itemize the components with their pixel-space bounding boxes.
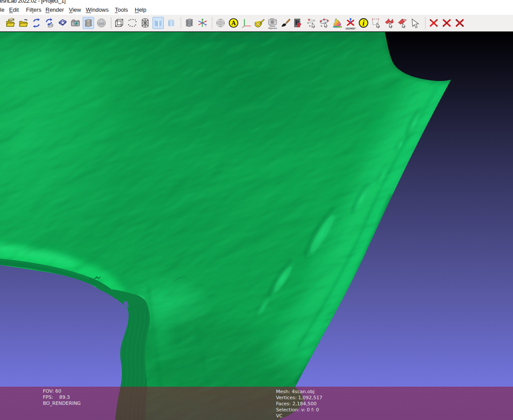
hud-left-block: FOV: 60FPS: 89.3BO_RENDERING: [43, 388, 81, 407]
open-mesh-icon: [18, 18, 29, 28]
show-axes-button[interactable]: z x: [197, 17, 208, 29]
select-connected-button[interactable]: [397, 17, 408, 29]
show-layer-dialog-button[interactable]: [83, 17, 94, 29]
select-faces-icon: [384, 18, 395, 28]
smooth-cylinder-icon: [166, 18, 176, 28]
align-ellipse-icon: [319, 18, 330, 28]
select-arrow-icon: [410, 18, 421, 28]
menu-item-help[interactable]: Help: [135, 6, 146, 13]
raster-alignment-button[interactable]: Raster Alignment: [267, 17, 278, 29]
show-all-layers-button[interactable]: [184, 17, 195, 29]
select-arrow-button[interactable]: [410, 17, 421, 29]
reload-mesh-button[interactable]: [44, 17, 55, 29]
ambient-occlusion-button[interactable]: A: [228, 17, 239, 29]
menu-item-tools[interactable]: Tools: [115, 6, 128, 13]
select-rect-icon: [371, 18, 382, 28]
svg-text:P: P: [297, 22, 301, 28]
raster-alignment-caption: Raster Alignment: [264, 26, 281, 29]
z-paint-icon: P P: [293, 18, 304, 28]
bbox-cube-icon: [114, 18, 124, 28]
menubar: leEditFiltersRenderViewWindowsToolsHelp: [0, 4, 513, 15]
menu-item-edit[interactable]: Edit: [9, 6, 19, 13]
menu-item-windows[interactable]: Windows: [86, 6, 109, 13]
toolbar: z x A: [0, 15, 513, 32]
trackball-globe-icon: [215, 18, 226, 28]
ambient-a-icon: A: [228, 18, 239, 28]
flat-cylinder-icon: [153, 18, 163, 28]
render-bbox-button[interactable]: [114, 17, 125, 29]
open-project-button[interactable]: [5, 17, 16, 29]
menu-item-file-partial[interactable]: le: [0, 6, 4, 13]
open-project-icon: [5, 18, 16, 28]
georef-icon: [346, 18, 355, 26]
align-tool-button[interactable]: [319, 17, 330, 29]
hud-left-line: FPS: 89.3: [43, 394, 81, 401]
trackball-button[interactable]: [215, 17, 226, 29]
svg-text:z: z: [203, 18, 204, 20]
layers-icon: [83, 18, 94, 28]
render-points-button[interactable]: [127, 17, 138, 29]
window-title: eshLab 2022.02 - [Project_1]: [0, 0, 65, 4]
toolbar-separator: [212, 17, 213, 29]
snapshot-button[interactable]: [70, 17, 81, 29]
georef-button[interactable]: GEOREF: [345, 17, 356, 29]
hud-right-line: Vertices: 1,092,517: [276, 395, 322, 401]
pick-points-button[interactable]: [306, 17, 317, 29]
save-mesh-button[interactable]: [57, 17, 68, 29]
rainbow-bunny-icon: [332, 18, 343, 28]
titlebar: eshLab 2022.02 - [Project_1]: [0, 0, 513, 4]
show-axis-corner-button[interactable]: [241, 17, 252, 29]
render-wireframe-button[interactable]: [140, 17, 151, 29]
hud-right-block: Mesh: 4scan.objVertices: 1,092,517Faces:…: [276, 389, 322, 419]
select-rect-button[interactable]: [371, 17, 382, 29]
toolbar-separator: [181, 17, 182, 29]
meshlab-window: eshLab 2022.02 - [Project_1] leEditFilte…: [0, 0, 513, 420]
menu-item-filters[interactable]: Filters: [26, 6, 41, 13]
render-smooth-button[interactable]: [166, 17, 177, 29]
tape-measure-icon: [254, 18, 265, 28]
raster-camera-icon: [268, 18, 277, 26]
hud-left-line: BO_RENDERING: [43, 401, 81, 407]
delete-selected-1-button[interactable]: [428, 17, 439, 29]
delete-x-icon: [455, 18, 465, 28]
axis-corner-icon: [241, 18, 252, 28]
open-mesh-button[interactable]: [18, 17, 29, 29]
points-icon: [127, 18, 137, 28]
info-button[interactable]: i: [358, 17, 369, 29]
menu-item-view[interactable]: View: [69, 6, 81, 13]
menu-item-render[interactable]: Render: [45, 6, 64, 13]
info-icon: i: [358, 18, 369, 28]
layer-stack-icon: [184, 18, 195, 28]
hud-right-line: Selection: v: 0 f: 0: [276, 407, 322, 413]
toolbar-separator: [425, 17, 426, 29]
scene-canvas: [0, 32, 513, 420]
georef-caption: GEOREF: [342, 28, 359, 30]
z-painting-button[interactable]: P P: [293, 17, 304, 29]
select-connected-icon: [397, 18, 408, 28]
svg-text:i: i: [363, 19, 365, 27]
render-flat-button[interactable]: [153, 17, 164, 29]
gl-viewport[interactable]: FOV: 60FPS: 89.3BO_RENDERING Mesh: 4scan…: [0, 32, 513, 420]
delete-x-icon: [442, 18, 452, 28]
select-faces-button[interactable]: [384, 17, 395, 29]
delete-x-icon: [429, 18, 439, 28]
raster-sphere-icon: [96, 18, 107, 28]
wireframe-icon: [140, 18, 150, 28]
delete-selected-2-button[interactable]: [441, 17, 452, 29]
camera-icon: [70, 18, 81, 28]
show-raster-button[interactable]: [96, 17, 107, 29]
toolbar-separator: [111, 17, 111, 29]
hud-right-line: Faces: 2,184,500: [276, 401, 322, 407]
hud-right-line: Mesh: 4scan.obj: [276, 389, 322, 395]
save-icon: [57, 18, 68, 28]
reload-icon: [31, 18, 42, 28]
pick-points-icon: [306, 18, 317, 28]
axes-icon: z x: [197, 18, 208, 28]
paint-brush-button[interactable]: [280, 17, 291, 29]
paint-brush-icon: [280, 18, 291, 28]
svg-text:x: x: [205, 25, 206, 27]
reload-mesh-icon: [44, 18, 55, 28]
delete-selected-3-button[interactable]: [454, 17, 465, 29]
reload-all-button[interactable]: [31, 17, 42, 29]
hud-right-line: VC: [276, 413, 322, 419]
